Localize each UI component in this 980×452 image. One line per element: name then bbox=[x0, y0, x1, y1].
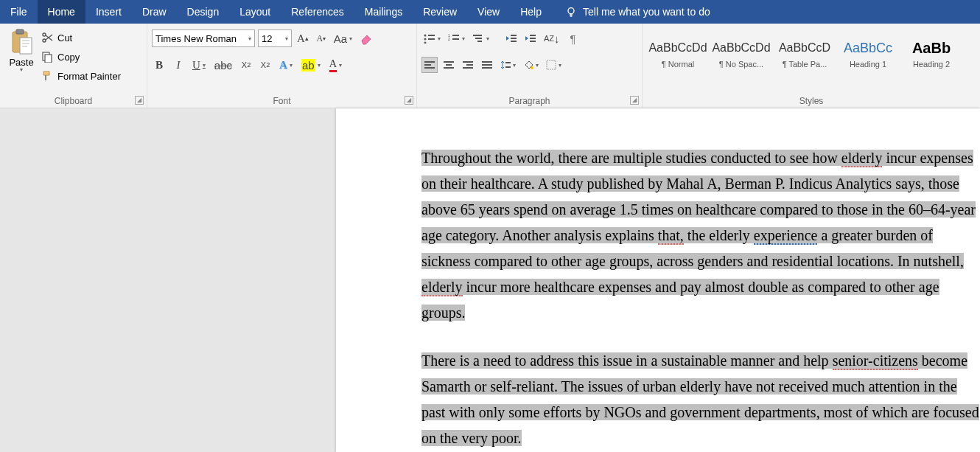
svg-rect-2 bbox=[16, 29, 24, 34]
strikethrough-button[interactable]: abc bbox=[212, 57, 234, 73]
font-launcher[interactable]: ◢ bbox=[405, 96, 413, 105]
menu-layout[interactable]: Layout bbox=[229, 0, 281, 24]
menu-references[interactable]: References bbox=[281, 0, 354, 24]
paragraph-launcher[interactable]: ◢ bbox=[630, 96, 639, 105]
menu-help[interactable]: Help bbox=[510, 0, 552, 24]
multilevel-list-button[interactable]: ▾ bbox=[470, 30, 491, 46]
subscript-button[interactable]: X2 bbox=[239, 57, 253, 73]
clipboard-launcher[interactable]: ◢ bbox=[135, 96, 144, 105]
copy-label: Copy bbox=[57, 52, 80, 63]
menu-file[interactable]: File bbox=[0, 0, 38, 24]
text-run-squiggle: senior-citizens bbox=[833, 352, 918, 370]
svg-rect-28 bbox=[424, 67, 435, 69]
menu-home[interactable]: Home bbox=[38, 0, 85, 24]
show-marks-button[interactable]: ¶ bbox=[565, 30, 581, 46]
copy-button[interactable]: Copy bbox=[38, 48, 124, 66]
change-case-button[interactable]: Aa▾ bbox=[332, 30, 354, 46]
svg-text:2: 2 bbox=[448, 37, 450, 41]
text-run: the elderly bbox=[684, 227, 754, 243]
style-table-paragraph[interactable]: AaBbCcD¶ Table Pa... bbox=[774, 29, 836, 76]
align-left-icon bbox=[424, 60, 435, 69]
copy-icon bbox=[41, 51, 53, 63]
svg-point-8 bbox=[424, 35, 427, 37]
menu-mailings[interactable]: Mailings bbox=[354, 0, 413, 24]
document-content[interactable]: Throughout the world, there are multiple… bbox=[421, 145, 980, 452]
svg-rect-35 bbox=[482, 61, 492, 63]
font-name-value: Times New Roman bbox=[155, 33, 237, 44]
clear-formatting-button[interactable] bbox=[357, 30, 375, 46]
format-painter-label: Format Painter bbox=[57, 71, 121, 82]
svg-rect-36 bbox=[482, 64, 492, 66]
paste-dropdown-icon[interactable]: ▾ bbox=[20, 68, 23, 72]
style-normal[interactable]: AaBbCcDd¶ Normal bbox=[647, 29, 709, 76]
cut-button[interactable]: Cut bbox=[38, 29, 124, 46]
eraser-icon bbox=[360, 32, 373, 45]
numbering-icon: 12 bbox=[448, 33, 460, 44]
shrink-font-button[interactable]: A▾ bbox=[314, 30, 329, 46]
style-preview: AaBbCcDd bbox=[712, 36, 770, 60]
svg-rect-11 bbox=[428, 38, 435, 40]
shading-button[interactable]: ▾ bbox=[521, 57, 541, 73]
style-preview: AaBbCc bbox=[844, 36, 892, 60]
increase-indent-button[interactable] bbox=[522, 30, 539, 46]
document-page[interactable]: Throughout the world, there are multiple… bbox=[336, 108, 980, 452]
chevron-down-icon: ▾ bbox=[283, 35, 288, 42]
align-center-icon bbox=[444, 60, 454, 69]
italic-button[interactable]: I bbox=[171, 57, 186, 73]
font-size-combo[interactable]: 12▾ bbox=[258, 29, 292, 47]
bullets-button[interactable]: ▾ bbox=[421, 30, 443, 46]
tell-me-search[interactable]: Tell me what you want to do bbox=[552, 0, 721, 24]
text-run-squiggle: that, bbox=[658, 227, 684, 245]
multilevel-icon bbox=[472, 33, 484, 44]
align-center-button[interactable] bbox=[441, 57, 457, 73]
font-size-value: 12 bbox=[262, 33, 272, 44]
paragraph-2[interactable]: There is a need to address this issue in… bbox=[421, 348, 980, 451]
style-heading-1[interactable]: AaBbCcHeading 1 bbox=[837, 29, 899, 76]
menu-bar: File Home Insert Draw Design Layout Refe… bbox=[0, 0, 980, 24]
sort-button[interactable]: AZ↓ bbox=[542, 30, 562, 46]
svg-rect-3 bbox=[20, 38, 32, 54]
paste-button[interactable]: Paste ▾ bbox=[4, 26, 38, 72]
menu-design[interactable]: Design bbox=[177, 0, 230, 24]
group-styles: AaBbCcDd¶ Normal AaBbCcDd¶ No Spac... Aa… bbox=[643, 24, 980, 108]
bold-button[interactable]: B bbox=[152, 57, 167, 73]
line-spacing-button[interactable]: ▾ bbox=[498, 57, 518, 73]
underline-button[interactable]: U▾ bbox=[190, 57, 208, 73]
svg-rect-33 bbox=[466, 64, 473, 66]
justify-button[interactable] bbox=[479, 57, 495, 73]
borders-button[interactable]: ▾ bbox=[544, 57, 564, 73]
style-no-spacing[interactable]: AaBbCcDd¶ No Spac... bbox=[710, 29, 772, 76]
scissors-icon bbox=[41, 32, 53, 44]
paragraph-1[interactable]: Throughout the world, there are multiple… bbox=[421, 145, 980, 326]
font-name-combo[interactable]: Times New Roman▾ bbox=[152, 29, 255, 47]
numbering-button[interactable]: 12▾ bbox=[446, 30, 467, 46]
menu-view[interactable]: View bbox=[467, 0, 510, 24]
style-name: ¶ Table Pa... bbox=[783, 60, 827, 69]
svg-rect-39 bbox=[505, 66, 511, 68]
tell-me-label: Tell me what you want to do bbox=[583, 6, 710, 18]
menu-review[interactable]: Review bbox=[413, 0, 467, 24]
decrease-indent-button[interactable] bbox=[503, 30, 519, 46]
font-color-button[interactable]: A▾ bbox=[327, 57, 345, 73]
text-effects-button[interactable]: A▾ bbox=[277, 57, 295, 73]
superscript-button[interactable]: X2 bbox=[258, 57, 273, 73]
format-painter-button[interactable]: Format Painter bbox=[38, 67, 124, 85]
svg-rect-25 bbox=[530, 41, 536, 42]
text-run: There is a need to address this issue in… bbox=[421, 352, 833, 369]
menu-insert[interactable]: Insert bbox=[85, 0, 132, 24]
style-heading-2[interactable]: AaBbHeading 2 bbox=[900, 29, 962, 76]
svg-rect-19 bbox=[477, 41, 482, 42]
svg-rect-38 bbox=[505, 62, 511, 63]
menu-draw[interactable]: Draw bbox=[132, 0, 177, 24]
svg-rect-9 bbox=[428, 35, 435, 36]
svg-rect-20 bbox=[511, 35, 517, 36]
styles-group-label: Styles bbox=[643, 96, 980, 106]
style-preview: AaBb bbox=[912, 36, 951, 60]
lightbulb-icon bbox=[565, 6, 577, 18]
align-left-button[interactable] bbox=[421, 57, 438, 73]
group-clipboard: Paste ▾ Cut Copy Format Painter Clipboar… bbox=[0, 24, 147, 108]
highlight-button[interactable]: ab▾ bbox=[299, 57, 323, 73]
grow-font-button[interactable]: A▴ bbox=[295, 30, 311, 46]
align-right-button[interactable] bbox=[460, 57, 476, 73]
text-run-squiggle: experience bbox=[754, 227, 818, 245]
